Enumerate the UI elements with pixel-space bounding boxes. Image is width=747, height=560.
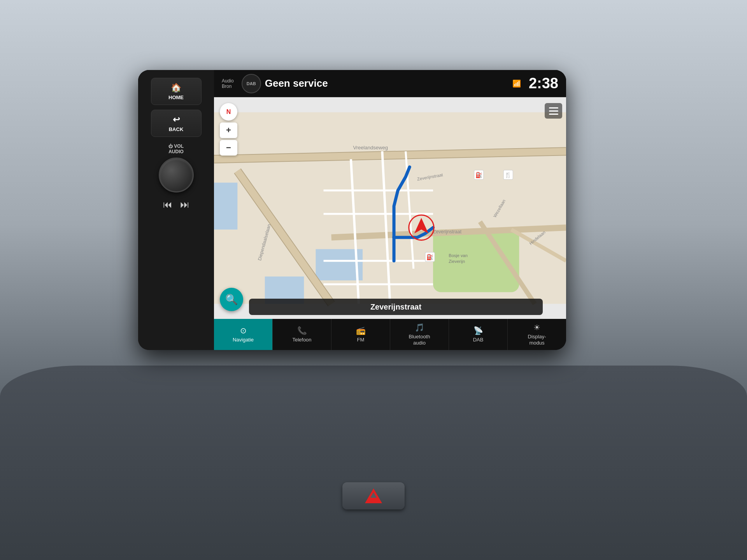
menu-button[interactable] [545,103,562,119]
audio-source-label: AudioBron [222,78,234,89]
svg-text:Zieverijn: Zieverijn [449,259,465,264]
svg-text:🍴: 🍴 [505,172,512,178]
display-icon: ☀ [533,323,540,332]
zoom-out-button[interactable]: − [220,140,237,156]
svg-text:⛽: ⛽ [475,172,482,178]
home-icon: 🏠 [171,83,181,93]
svg-text:Vreelandseweg: Vreelandseweg [353,145,388,150]
back-label: BACK [169,126,184,132]
tab-navigatie-label: Navigatie [233,337,254,343]
volume-knob[interactable] [159,158,194,192]
tab-bluetooth-label: Bluetoothaudio [409,334,430,346]
hazard-button[interactable] [342,482,405,509]
fm-icon: 📻 [356,326,366,335]
svg-text:Bosje van: Bosje van [449,253,468,258]
tab-telefoon[interactable]: 📞 Telefoon [273,319,331,350]
map-container[interactable]: Vreelandseweg Diependaalselaan Zeverijns… [214,97,566,319]
tab-display-modus[interactable]: ☀ Display-modus [508,319,566,350]
phone-icon: 📞 [297,326,307,335]
dab-label: DAB [247,81,256,86]
volume-section: ⏻ VOLAUDIO [159,144,194,192]
dab-tab-icon: 📡 [473,326,483,335]
clock-display: 2:38 [529,75,558,92]
svg-rect-1 [214,183,237,230]
north-button[interactable]: N [220,103,237,121]
service-name: Geen service [261,77,512,89]
tab-dab[interactable]: 📡 DAB [449,319,508,350]
tab-fm[interactable]: 📻 FM [331,319,390,350]
signal-icon: 📶 [512,79,521,88]
tab-telefoon-label: Telefoon [292,337,311,343]
dashboard-surface [0,366,747,560]
map-svg: Vreelandseweg Diependaalselaan Zeverijns… [214,97,566,319]
home-label: HOME [168,94,184,100]
back-icon: ↩ [173,115,180,125]
hazard-triangle-icon [365,488,382,503]
skip-back-button[interactable]: ⏮ [163,199,172,210]
street-name-bar: Zeverijnstraat [249,299,543,315]
zoom-in-button[interactable]: + [220,122,237,138]
skip-forward-button[interactable]: ⏭ [180,199,189,210]
tab-display-label: Display-modus [528,334,546,346]
screen-area: AudioBron DAB Geen service 📶 2:38 [214,70,566,350]
tab-bluetooth-audio[interactable]: 🎵 Bluetoothaudio [390,319,449,350]
infotainment-unit: 🏠 HOME ↩ BACK ⏻ VOLAUDIO ⏮ ⏭ [138,70,566,350]
back-button[interactable]: ↩ BACK [151,110,202,137]
nav-icon: ⊙ [240,326,247,335]
dab-icon[interactable]: DAB [242,74,261,93]
current-street-name: Zeverijnstraat [370,303,421,312]
svg-text:⛽: ⛽ [426,254,433,261]
nav-tabs: ⊙ Navigatie 📞 Telefoon 📻 FM 🎵 Bluetootha… [214,319,566,350]
header-bar: AudioBron DAB Geen service 📶 2:38 [214,70,566,97]
tab-dab-label: DAB [473,337,484,343]
map-controls: N + − [220,103,237,156]
search-button[interactable]: 🔍 [220,288,243,311]
search-icon: 🔍 [225,294,238,306]
car-dashboard: 🏠 HOME ↩ BACK ⏻ VOLAUDIO ⏮ ⏭ [0,0,747,560]
vol-label: ⏻ VOLAUDIO [168,144,184,154]
left-control-panel: 🏠 HOME ↩ BACK ⏻ VOLAUDIO ⏮ ⏭ [138,70,214,350]
home-button[interactable]: 🏠 HOME [151,78,202,105]
skip-controls: ⏮ ⏭ [163,199,189,210]
bluetooth-icon: 🎵 [415,323,424,332]
menu-icon [549,107,558,115]
tab-fm-label: FM [357,337,365,343]
north-icon: N [226,108,231,116]
svg-text:Zeverijnstraat: Zeverijnstraat [433,229,462,234]
audio-source-section: AudioBron [222,78,234,89]
tab-navigatie[interactable]: ⊙ Navigatie [214,319,273,350]
